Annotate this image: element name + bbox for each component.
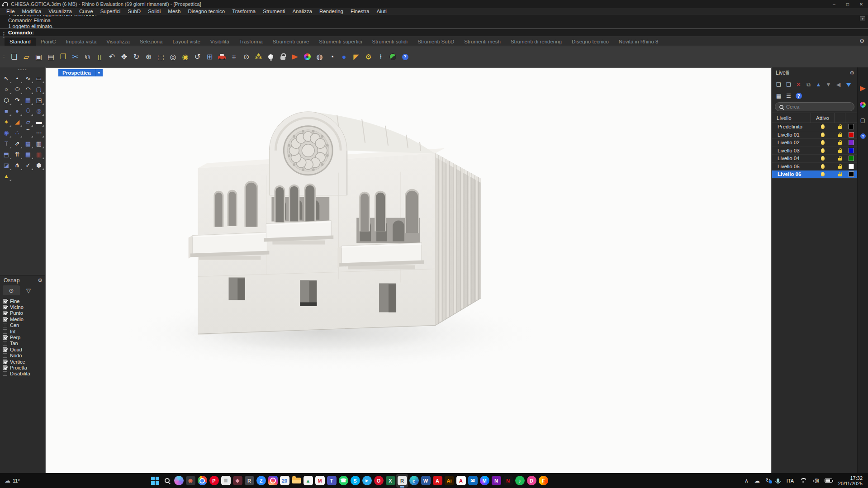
contour-icon[interactable]: ▥ [33,149,44,160]
volume-icon[interactable]: ◁))) [812,478,819,483]
pan-icon[interactable]: ✥ [118,50,130,64]
undo-view-icon[interactable]: ↺ [191,50,204,64]
viewport-layout-icon[interactable]: ⊞ [204,50,216,64]
layer-visibility-bulb-icon[interactable] [821,133,825,137]
tab-layout-viste[interactable]: Layout viste [167,38,205,46]
solid-box-icon[interactable]: ⬒ [1,149,12,160]
layer-color-swatch[interactable] [849,164,854,169]
osnap-fine[interactable]: Fine [3,298,45,304]
panel-tab-colors[interactable] [859,100,867,109]
paste-icon[interactable]: ▯ [94,50,106,64]
layer-color-swatch[interactable] [849,171,854,177]
copy-icon[interactable]: ⧉ [81,50,94,64]
sphere-icon[interactable]: ● [12,105,23,116]
circle-icon[interactable]: ○ [1,84,12,95]
panel-grip[interactable]: ●●● [3,31,5,38]
spray-pyramid-icon[interactable]: ▲ [1,171,12,181]
taskbar-app-edge[interactable]: e [408,474,420,488]
onedrive-cloud-icon[interactable]: ☁ [754,478,760,484]
checkbox-punto[interactable] [3,311,7,315]
new-sublayer-icon[interactable]: ❏ [784,80,793,89]
layer-lock-icon[interactable] [838,126,842,129]
layer-visibility-bulb-icon[interactable] [821,140,825,145]
cplane-icon[interactable]: ⊙ [240,50,252,64]
gears-icon[interactable]: ⚙ [362,50,375,64]
layer-visibility-bulb-icon[interactable] [821,156,825,161]
column-header-color[interactable] [845,113,857,123]
render-preview-icon[interactable]: ◔ [326,50,338,64]
menu-aiuti[interactable]: Aiuti [373,8,390,15]
taskbar-app-onenote[interactable]: N [490,474,502,488]
taskbar-app-zoom[interactable]: Z [255,474,267,488]
edit-page-icon[interactable]: ❐ [57,50,69,64]
zoom-selected-icon[interactable]: ◎ [167,50,179,64]
box-icon[interactable]: ■ [1,105,12,116]
tray-chevron-up-icon[interactable]: ∧ [745,478,749,484]
tab-novita-in-rhino-8[interactable]: Novità in Rhino 8 [614,38,664,46]
layer-lock-icon[interactable] [838,174,842,176]
osnap-proietta[interactable]: Proietta [3,365,45,370]
curve-continue-icon[interactable]: ⋯ [33,127,44,138]
spotlight-icon[interactable]: ◤ [350,50,362,64]
menu-disegno-tecnico[interactable]: Disegno tecnico [184,8,228,15]
flamingo-icon[interactable] [289,50,301,64]
tab-standard[interactable]: Standard [5,38,36,46]
layer-color-swatch[interactable] [849,140,854,145]
blend-curve-icon[interactable]: ⌒ [23,127,33,138]
taskbar-app-skype[interactable]: S [349,474,361,488]
checkbox-vicino[interactable] [3,305,7,309]
tab-strumenti-solidi[interactable]: Strumenti solidi [367,38,413,46]
new-file-icon[interactable]: ❏ [8,50,20,64]
wifi-icon[interactable] [800,478,806,483]
car-render-icon[interactable] [216,50,228,64]
taskbar-app-copilot[interactable] [173,474,185,488]
lamp-icon[interactable] [265,50,277,64]
checkbox-medio[interactable] [3,317,7,322]
curve-control-points-icon[interactable]: ∿ [23,73,33,84]
menu-rendering[interactable]: Rendering [316,8,347,15]
layer-row-livello-01[interactable]: Livello 01 [772,131,857,139]
move-up-icon[interactable]: ▲ [814,80,823,89]
menu-curve[interactable]: Curve [76,8,97,15]
perspective-viewport[interactable]: Prospettica ▼ [45,67,772,473]
layer-visibility-bulb-icon[interactable] [821,172,825,176]
surface-patch-icon[interactable]: ▦ [23,95,33,105]
microphone-icon[interactable] [777,479,779,483]
taskbar-app-app-maroon[interactable]: ◈ [232,474,243,488]
osnap-tan[interactable]: Tan [3,341,45,346]
osnap-gear-icon[interactable]: ⚙ [38,277,43,284]
checkbox-quad[interactable] [3,347,7,352]
layer-lock-icon[interactable] [838,158,842,161]
layer-lock-icon[interactable] [838,134,842,137]
checkbox-fine[interactable] [3,299,7,303]
lock-icon[interactable] [277,50,289,64]
taskbar-app-outlook[interactable]: ✉ [467,474,479,488]
text-icon[interactable]: T [1,138,12,149]
layer-lock-icon[interactable] [838,142,842,145]
panel-tab-display[interactable]: ▢ [859,116,867,124]
rectangle-icon[interactable]: ▭ [33,73,44,84]
keyboard-language[interactable]: ITA [787,478,794,483]
dimension-icon[interactable]: ⍿ [375,50,387,64]
color-wheel-icon[interactable] [301,50,313,64]
render-sphere-icon[interactable]: ◍ [313,50,326,64]
tab-trasforma[interactable]: Trasforma [234,38,268,46]
layer-search-input[interactable] [786,104,840,109]
extrude-straight-icon[interactable]: ⇈ [12,149,23,160]
tab-pianic[interactable]: PianiC [36,38,61,46]
column-header-attivo[interactable]: Attivo [811,113,835,123]
taskbar-app-search[interactable] [161,474,173,488]
undo-icon[interactable]: ↶ [106,50,118,64]
filter-funnel-icon[interactable] [844,80,853,89]
checkbox-cen[interactable] [3,323,7,327]
layer-color-swatch[interactable] [849,124,854,129]
rounded-rectangle-icon[interactable]: ▢ [33,84,44,95]
menu-visualizza[interactable]: Visualizza [45,8,76,15]
gauge-icon[interactable] [387,50,399,64]
osnap-quad[interactable]: Quad [3,346,45,352]
fillet-icon[interactable]: ◢ [12,116,23,127]
taskbar-app-instagram[interactable] [267,474,279,488]
layer-visibility-bulb-icon[interactable] [821,164,825,169]
toolbar-options-gear-icon[interactable]: ⚙ [859,38,864,44]
layer-lock-icon[interactable] [838,150,842,153]
